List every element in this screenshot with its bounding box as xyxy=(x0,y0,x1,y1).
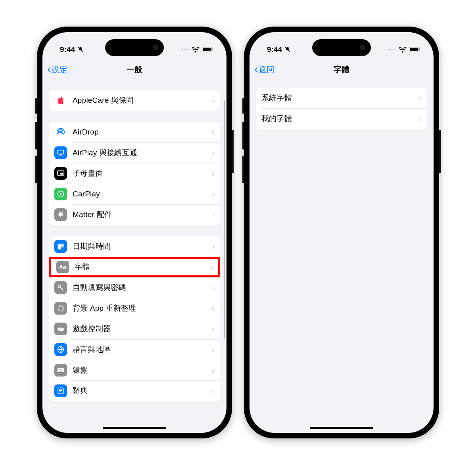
settings-row-keyboard-icon[interactable]: 鍵盤› xyxy=(49,360,220,380)
calendar-clock-icon xyxy=(54,240,67,253)
chevron-right-icon: › xyxy=(210,263,213,272)
settings-row-系統字體[interactable]: 系統字體› xyxy=(256,88,427,108)
settings-row-apple-logo-icon[interactable]: AppleCare 與保固› xyxy=(49,90,220,111)
chevron-right-icon: › xyxy=(419,94,422,103)
globe-icon xyxy=(54,343,67,356)
refresh-icon xyxy=(54,302,67,315)
back-button[interactable]: ‹ 設定 xyxy=(47,64,67,75)
row-label: 遊戲控制器 xyxy=(73,324,212,334)
back-button[interactable]: ‹ 返回 xyxy=(254,64,274,75)
settings-row-calendar-clock-icon[interactable]: 日期與時間› xyxy=(49,236,220,257)
phone-frame-left: 9:44 ‹ 設定 一般 xyxy=(37,27,232,438)
cellular-dots-icon xyxy=(388,49,396,50)
back-label: 設定 xyxy=(52,64,67,75)
svg-rect-17 xyxy=(58,368,64,372)
settings-row-refresh-icon[interactable]: 背景 App 重新整理› xyxy=(49,298,220,319)
silent-mode-icon xyxy=(284,46,291,53)
settings-row-airdrop-icon[interactable]: AirDrop› xyxy=(49,122,220,142)
chevron-right-icon: › xyxy=(212,190,215,199)
settings-row-key-icon[interactable]: 自動填寫與密碼› xyxy=(49,277,220,298)
settings-row-airplay-icon[interactable]: AirPlay 與接續互通› xyxy=(49,142,220,163)
row-label: AirPlay 與接續互通 xyxy=(73,148,212,158)
volume-up-button xyxy=(35,122,37,150)
page-title: 字體 xyxy=(334,64,349,75)
matter-icon xyxy=(54,208,67,221)
svg-rect-10 xyxy=(58,244,64,245)
settings-row-pip-icon[interactable]: 子母畫面› xyxy=(49,163,220,184)
row-label: 日期與時間 xyxy=(73,241,212,252)
wifi-icon xyxy=(192,47,200,53)
fonts-icon: Aa xyxy=(56,261,69,273)
carplay-icon xyxy=(54,188,67,200)
row-label: 鍵盤 xyxy=(73,365,212,375)
settings-row-book-icon[interactable]: 辭典› xyxy=(49,380,220,401)
group-system: 日期與時間›Aa字體›自動填寫與密碼›背景 App 重新整理›遊戲控制器›語言與… xyxy=(49,236,220,401)
svg-rect-20 xyxy=(60,369,61,370)
nav-bar: ‹ 返回 字體 xyxy=(250,60,434,79)
settings-row-carplay-icon[interactable]: CarPlay› xyxy=(49,184,220,204)
fonts-list[interactable]: 系統字體›我的字體› xyxy=(250,79,434,433)
settings-row-gamepad-icon[interactable]: 遊戲控制器› xyxy=(49,319,220,339)
gamepad-icon xyxy=(54,323,67,335)
chevron-right-icon: › xyxy=(212,210,215,219)
battery-icon xyxy=(409,47,420,52)
apple-logo-icon xyxy=(54,94,67,107)
page-title: 一般 xyxy=(127,64,142,75)
nav-bar: ‹ 設定 一般 xyxy=(42,60,226,79)
svg-point-12 xyxy=(58,285,61,288)
wifi-icon xyxy=(399,47,407,53)
home-indicator[interactable] xyxy=(103,427,166,429)
row-label: 系統字體 xyxy=(261,93,419,103)
key-icon xyxy=(54,281,67,294)
chevron-left-icon: ‹ xyxy=(254,63,258,75)
svg-rect-27 xyxy=(410,48,418,51)
volume-down-button xyxy=(35,156,37,183)
volume-down-button xyxy=(242,156,244,183)
front-camera xyxy=(360,45,365,50)
svg-point-14 xyxy=(61,329,62,329)
settings-row-fonts-icon[interactable]: Aa字體› xyxy=(49,257,220,277)
svg-rect-21 xyxy=(61,369,62,370)
row-label: 語言與地區 xyxy=(73,344,212,355)
chevron-right-icon: › xyxy=(212,128,215,137)
front-camera xyxy=(153,45,158,50)
group-applecare: AppleCare 與保固› xyxy=(49,90,220,111)
settings-row-matter-icon[interactable]: Matter 配件› xyxy=(49,204,220,225)
battery-icon xyxy=(202,47,213,52)
mute-switch xyxy=(242,98,244,114)
chevron-right-icon: › xyxy=(212,304,215,313)
settings-row-globe-icon[interactable]: 語言與地區› xyxy=(49,339,220,360)
chevron-right-icon: › xyxy=(212,242,215,251)
screen-right: 9:44 ‹ 返回 字體 系統字體›我 xyxy=(250,32,434,433)
dynamic-island xyxy=(105,39,164,56)
row-label: Matter 配件 xyxy=(73,209,212,220)
airplay-icon xyxy=(54,146,67,159)
pip-icon xyxy=(54,167,67,180)
book-icon xyxy=(54,384,67,397)
settings-list[interactable]: AppleCare 與保固› AirDrop›AirPlay 與接續互通›子母畫… xyxy=(42,79,226,433)
settings-row-我的字體[interactable]: 我的字體› xyxy=(256,108,427,129)
mute-switch xyxy=(35,98,37,114)
scrollbar[interactable] xyxy=(224,100,225,338)
keyboard-icon xyxy=(54,364,67,377)
screen-left: 9:44 ‹ 設定 一般 xyxy=(42,32,226,433)
row-label: 我的字體 xyxy=(261,113,419,124)
volume-up-button xyxy=(242,122,244,150)
chevron-right-icon: › xyxy=(212,345,215,354)
svg-rect-2 xyxy=(203,48,211,51)
row-label: AirDrop xyxy=(73,128,212,136)
chevron-right-icon: › xyxy=(419,114,422,123)
svg-rect-23 xyxy=(59,371,63,372)
home-indicator[interactable] xyxy=(310,427,373,429)
clock: 9:44 xyxy=(60,45,75,54)
svg-rect-3 xyxy=(212,48,213,50)
row-label: 背景 App 重新整理 xyxy=(73,303,212,313)
clock: 9:44 xyxy=(267,45,282,54)
chevron-right-icon: › xyxy=(212,169,215,178)
svg-rect-18 xyxy=(58,369,59,370)
chevron-right-icon: › xyxy=(212,366,215,375)
row-label: AppleCare 與保固 xyxy=(73,95,212,106)
row-label: 子母畫面 xyxy=(73,168,212,179)
group-connectivity: AirDrop›AirPlay 與接續互通›子母畫面›CarPlay›Matte… xyxy=(49,122,220,225)
airdrop-icon xyxy=(54,126,67,138)
